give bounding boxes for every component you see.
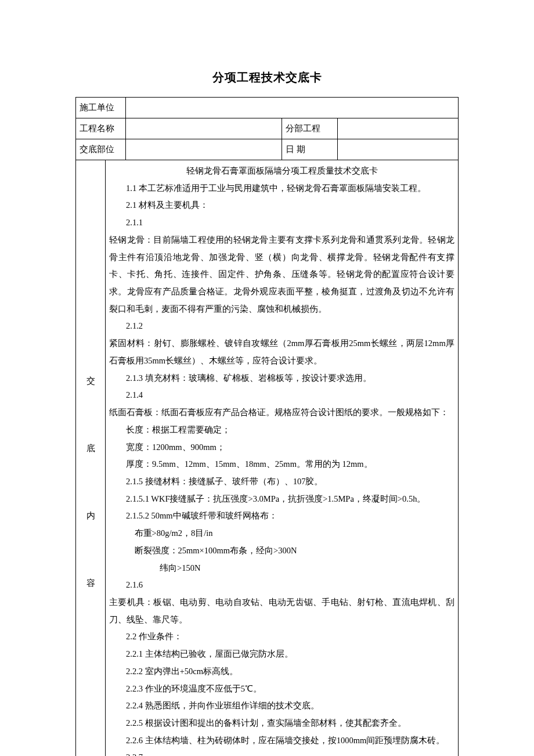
hdr-project-name-label: 工程名称 — [76, 118, 126, 139]
body-line: 轻钢龙骨：目前隔墙工程使用的轻钢龙骨主要有支撑卡系列龙骨和通贯系列龙骨。轻钢龙骨… — [109, 235, 454, 314]
hdr-subproject-value — [338, 118, 459, 139]
body-line: 1.1 本工艺标准适用于工业与民用建筑中，轻钢龙骨石膏罩面板隔墙安装工程。 — [109, 180, 454, 197]
body-line: 断裂强度：25mm×100mm布条，经向>300N — [109, 542, 454, 560]
body-line: 2.1.5 接缝材料：接缝腻子、玻纤带（布）、107胶。 — [109, 473, 454, 491]
body-line-title: 轻钢龙骨石膏罩面板隔墙分项工程质量技术交底卡 — [109, 163, 454, 180]
hdr-project-name-value — [126, 118, 282, 139]
body-line: 2.2.2 室内弹出+50cm标高线。 — [109, 663, 454, 681]
body-line: 纬向>150N — [109, 560, 454, 577]
hdr-date-label: 日 期 — [282, 139, 338, 160]
body-line: 2.1 材料及主要机具： — [109, 197, 454, 214]
body-line: 布重>80g/m2，8目/in — [109, 525, 454, 542]
body-line: 2.1.3 填充材料：玻璃棉、矿棉板、岩棉板等，按设计要求选用。 — [109, 370, 454, 387]
hdr-subproject-label: 分部工程 — [282, 118, 338, 139]
body-line: 2.2.1 主体结构已验收，屋面已做完防水层。 — [109, 646, 454, 663]
body-line: 2.1.4 — [109, 387, 454, 404]
body-line: 2.1.5.1 WKF接缝腻子：抗压强度>3.0MPa，抗折强度>1.5MPa，… — [109, 491, 454, 508]
body-line: 厚度：9.5mm、12mm、15mm、18mm、25mm。常用的为 12mm。 — [109, 456, 454, 473]
header-table: 施工单位 工程名称 分部工程 交底部位 日 期 — [75, 97, 459, 160]
page-title: 分项工程技术交底卡 — [75, 70, 459, 85]
body-line: 2.1.1 — [109, 214, 454, 232]
body-line: 2.2.3 作业的环境温度不应低于5℃。 — [109, 681, 454, 698]
body-line: 主要机具：板锯、电动剪、电动自攻钻、电动无齿锯、手电钻、射钉枪、直流电焊机、刮刀… — [109, 597, 454, 624]
body-line: 宽度：1200mm、900mm； — [109, 439, 454, 456]
content-table: 交底内容 轻钢龙骨石膏罩面板隔墙分项工程质量技术交底卡 1.1 本工艺标准适用于… — [75, 160, 459, 756]
content-side-label: 交底内容 — [76, 160, 106, 757]
body-line: 2.1.6 — [109, 577, 454, 594]
body-line: 紧固材料：射钉、膨胀螺栓、镀锌自攻螺丝（2mm厚石膏板用25mm长螺丝，两层12… — [109, 339, 454, 365]
body-line: 2.2.5 根据设计图和提出的备料计划，查实隔墙全部材料，使其配套齐全。 — [109, 715, 454, 732]
hdr-disclosure-part-label: 交底部位 — [76, 139, 126, 160]
body-line: 纸面石膏板：纸面石膏板应有产品合格证。规格应符合设计图纸的要求。一般规格如下： — [109, 408, 449, 417]
body-line: 2.1.5.2 50mm中碱玻纤带和玻纤网格布： — [109, 507, 454, 525]
body-line: 长度：根据工程需要确定； — [109, 422, 454, 439]
hdr-date-value — [338, 139, 459, 160]
hdr-construction-unit-value — [126, 98, 459, 118]
body-line: 2.2 作业条件： — [109, 628, 454, 646]
hdr-construction-unit-label: 施工单位 — [76, 98, 126, 118]
body-line: 2.1.2 — [109, 318, 454, 335]
body-line: 2.2.4 熟悉图纸，并向作业班组作详细的技术交底。 — [109, 697, 454, 715]
hdr-disclosure-part-value — [126, 139, 282, 160]
body-line: 2.2.7 — [109, 749, 454, 756]
body-line: 2.2.6 主体结构墙、柱为砖砌体时，应在隔墙交接处，按1000mm间距预埋防腐… — [109, 732, 454, 750]
content-body: 轻钢龙骨石膏罩面板隔墙分项工程质量技术交底卡 1.1 本工艺标准适用于工业与民用… — [106, 160, 459, 757]
